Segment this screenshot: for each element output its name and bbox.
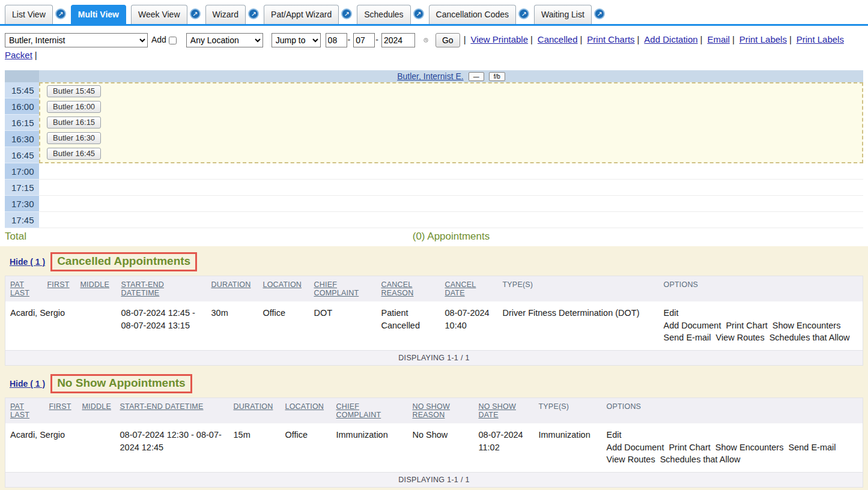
tab-waiting-list[interactable]: Waiting List [534, 5, 592, 24]
option-link[interactable]: Schedules that Allow [660, 455, 741, 464]
col-header-cancel-reason[interactable]: CANCEL REASON [377, 276, 440, 302]
provider-column-header: Butler, Internist E. — f/b [39, 70, 863, 82]
link-separator: | [732, 34, 735, 44]
col-header-no-show-date[interactable]: NO SHOW DATE [474, 398, 534, 424]
popout-icon[interactable]: ↗ [594, 8, 605, 19]
total-label: Total [5, 231, 39, 243]
provider-select[interactable]: Butler, Internist [5, 33, 148, 47]
popout-icon[interactable]: ↗ [341, 8, 352, 19]
link-separator: | [530, 34, 533, 44]
option-link[interactable]: View Routes [716, 333, 765, 342]
cancelled-section-header: Hide ( 1 ) Cancelled Appointments [10, 252, 863, 271]
col-header-middle[interactable]: MIDDLE [77, 398, 115, 424]
fb-button[interactable]: f/b [489, 72, 505, 81]
popout-icon[interactable]: ↗ [248, 8, 259, 19]
col-header-location[interactable]: LOCATION [258, 276, 309, 302]
jump-to-select[interactable]: Jump to [272, 33, 321, 47]
go-button[interactable]: Go [436, 33, 460, 47]
slot-button-1615[interactable]: Butler 16:15 [47, 116, 101, 129]
add-label: Add [151, 35, 166, 44]
tab-pat-appt-wizard[interactable]: Pat/Appt Wizard [264, 5, 339, 24]
option-link[interactable]: Send E-mail [788, 443, 836, 452]
col-header-chief-complaint[interactable]: CHIEF COMPLAINT [309, 276, 377, 302]
noshow-hide-link[interactable]: Hide ( 1 ) [10, 379, 45, 389]
collapse-column-button[interactable]: — [469, 72, 484, 81]
cancelled-link[interactable]: Cancelled [538, 34, 578, 44]
option-link[interactable]: Print Chart [669, 443, 710, 452]
slot-row: Butler 16:15 [40, 115, 862, 130]
col-header-first[interactable]: FIRST [43, 276, 76, 302]
time-label: 16:00 [5, 98, 39, 115]
col-header-pat-last[interactable]: PAT LAST [5, 276, 43, 302]
edit-link[interactable]: Edit [664, 307, 858, 319]
col-header-duration[interactable]: DURATION [207, 276, 258, 302]
date-year-input[interactable] [381, 33, 415, 47]
tab-list-view[interactable]: List View [5, 5, 53, 24]
cell-types: Immunization [534, 423, 602, 472]
slot-button-1600[interactable]: Butler 16:00 [47, 101, 101, 113]
popout-icon[interactable]: ↗ [190, 8, 201, 19]
tab-group-pat-appt-wizard: Pat/Appt Wizard ↗ [264, 5, 352, 24]
option-link[interactable]: Print Chart [726, 321, 767, 330]
option-link[interactable]: Add Document [664, 321, 721, 330]
noshow-appointments-table: PAT LAST FIRST MIDDLE START-END DATETIME… [5, 398, 863, 488]
slot-row: Butler 15:45 [40, 83, 862, 99]
tab-schedules[interactable]: Schedules [357, 5, 410, 24]
cancelled-hide-link[interactable]: Hide ( 1 ) [10, 257, 45, 267]
cell-no-show-date: 08-07-2024 11:02 [474, 423, 534, 472]
cell-pat-last: Acardi, Sergio [5, 301, 43, 350]
tab-bar: List View ↗ Multi View Week View ↗ Wizar… [0, 0, 868, 26]
edit-link[interactable]: Edit [607, 429, 858, 441]
print-labels-link[interactable]: Print Labels [739, 34, 787, 44]
col-header-no-show-reason[interactable]: NO SHOW REASON [408, 398, 474, 424]
slot-button-1545[interactable]: Butler 15:45 [47, 85, 101, 97]
tab-group-list-view: List View ↗ [5, 5, 66, 24]
col-header-start-end[interactable]: START-END DATETIME [115, 398, 229, 424]
option-link[interactable]: Send E-mail [664, 333, 711, 342]
tab-multi-view[interactable]: Multi View [71, 5, 126, 24]
link-separator: | [464, 34, 466, 44]
schedule-body: 15:45 16:00 16:15 16:30 16:45 17:00 17:1… [5, 82, 863, 228]
col-header-middle[interactable]: MIDDLE [76, 276, 117, 302]
col-header-cancel-date[interactable]: CANCEL DATE [440, 276, 498, 302]
popout-icon[interactable]: ↗ [413, 8, 424, 19]
option-link[interactable]: Add Document [607, 443, 664, 452]
table-footer-row: DISPLAYING 1-1 / 1 [5, 351, 863, 366]
tab-week-view[interactable]: Week View [131, 5, 187, 24]
slot-button-1645[interactable]: Butler 16:45 [47, 148, 101, 160]
col-header-pat-last[interactable]: PAT LAST [5, 398, 44, 424]
option-link[interactable]: Show Encounters [715, 443, 784, 452]
popout-icon[interactable]: ↗ [55, 8, 66, 19]
email-link[interactable]: Email [707, 34, 730, 44]
date-month-input[interactable] [326, 33, 347, 47]
empty-slot-row [39, 163, 863, 180]
lower-sections: Hide ( 1 ) Cancelled Appointments PAT LA… [0, 246, 868, 490]
displaying-label: DISPLAYING 1-1 / 1 [5, 472, 863, 487]
option-link[interactable]: Schedules that Allow [769, 333, 850, 342]
slot-button-1630[interactable]: Butler 16:30 [47, 132, 101, 144]
tab-wizard[interactable]: Wizard [205, 5, 246, 24]
print-charts-link[interactable]: Print Charts [587, 34, 634, 44]
option-link[interactable]: View Routes [607, 455, 655, 464]
view-printable-link[interactable]: View Printable [470, 34, 528, 44]
col-header-chief-complaint[interactable]: CHIEF COMPLAINT [332, 398, 408, 424]
option-link[interactable]: Show Encounters [772, 321, 841, 330]
add-dictation-link[interactable]: Add Dictation [644, 34, 697, 44]
date-day-input[interactable] [353, 33, 375, 47]
col-header-start-end[interactable]: START-END DATETIME [117, 276, 207, 302]
popout-icon[interactable]: ↗ [518, 8, 529, 19]
location-select[interactable]: Any Location [186, 33, 263, 47]
tab-group-multi-view: Multi View [71, 5, 126, 24]
calendar-clock-icon[interactable] [420, 34, 432, 46]
schedule-grid: Butler, Internist E. — f/b 15:45 16:00 1… [5, 70, 863, 244]
total-appointments-count: (0) Appointments [39, 231, 863, 243]
cell-start-end: 08-07-2024 12:45 - 08-07-2024 13:15 [117, 301, 207, 350]
col-header-duration[interactable]: DURATION [229, 398, 281, 424]
provider-name-link[interactable]: Butler, Internist E. [397, 71, 464, 81]
link-separator: | [700, 34, 703, 44]
tab-cancellation-codes[interactable]: Cancellation Codes [429, 5, 516, 24]
cancelled-appointments-table: PAT LAST FIRST MIDDLE START-END DATETIME… [5, 276, 863, 366]
col-header-first[interactable]: FIRST [44, 398, 77, 424]
add-checkbox[interactable] [169, 37, 177, 44]
col-header-location[interactable]: LOCATION [281, 398, 332, 424]
